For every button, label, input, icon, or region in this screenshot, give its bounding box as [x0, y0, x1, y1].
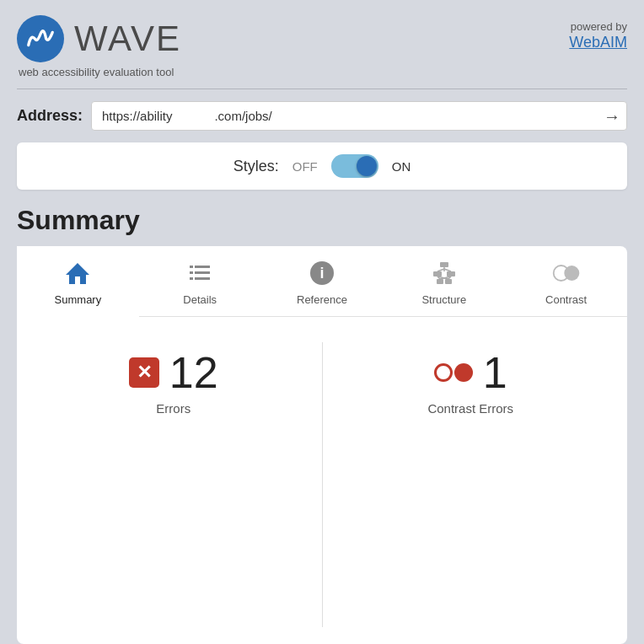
contrast-errors-count: 1	[483, 351, 507, 394]
svg-rect-6	[195, 277, 210, 280]
app-name: WAVE	[74, 19, 181, 59]
errors-section: ✕ 12 Errors	[25, 342, 323, 627]
header: WAVE web accessibility evaluation tool p…	[0, 0, 644, 89]
svg-line-16	[444, 269, 451, 271]
go-button[interactable]: →	[604, 106, 620, 126]
tab-reference[interactable]: i Reference	[261, 246, 384, 316]
tab-summary[interactable]: Summary	[17, 246, 139, 316]
errors-count: 12	[169, 351, 218, 394]
wave-logo-icon	[17, 15, 64, 62]
contrast-circle-filled	[454, 363, 473, 382]
webaim-link[interactable]: WebAIM	[569, 34, 627, 51]
tab-contrast[interactable]: Contrast	[505, 246, 627, 316]
header-left: WAVE web accessibility evaluation tool	[17, 15, 181, 78]
app-container: WAVE web accessibility evaluation tool p…	[0, 0, 644, 644]
svg-point-22	[564, 266, 579, 281]
header-right: powered by WebAIM	[569, 15, 627, 51]
tab-details[interactable]: Details	[139, 246, 261, 316]
address-label: Address:	[17, 107, 83, 125]
errors-count-row: ✕ 12	[129, 351, 218, 394]
contrast-icon	[551, 258, 582, 288]
powered-by-text: powered by	[571, 20, 627, 33]
tab-structure[interactable]: Structure	[383, 246, 505, 316]
svg-rect-12	[437, 279, 443, 284]
styles-off-label: OFF	[292, 159, 318, 174]
address-input[interactable]	[91, 101, 627, 131]
svg-rect-3	[190, 271, 193, 274]
tab-details-label: Details	[183, 293, 217, 306]
styles-row: Styles: OFF ON	[17, 142, 627, 190]
svg-rect-10	[433, 271, 442, 276]
error-x-icon: ✕	[129, 357, 159, 388]
summary-heading: Summary	[0, 201, 644, 246]
info-icon: i	[307, 258, 337, 288]
svg-rect-5	[190, 277, 193, 280]
tab-reference-label: Reference	[297, 293, 347, 306]
home-icon	[62, 258, 93, 288]
svg-rect-11	[447, 271, 455, 276]
tab-structure-label: Structure	[421, 293, 466, 306]
toggle-thumb	[357, 156, 377, 176]
contrast-circle-empty	[434, 363, 453, 382]
svg-line-15	[437, 269, 444, 271]
errors-label: Errors	[156, 401, 191, 416]
list-icon	[185, 258, 215, 288]
address-input-wrapper: →	[91, 101, 627, 131]
svg-rect-9	[440, 262, 448, 267]
contrast-count-row: 1	[434, 351, 507, 394]
styles-on-label: ON	[392, 159, 411, 174]
styles-toggle[interactable]	[331, 154, 378, 178]
tabs-container: Summary Details i	[17, 246, 627, 317]
structure-icon	[429, 258, 459, 288]
tagline: web accessibility evaluation tool	[19, 66, 181, 78]
tab-contrast-label: Contrast	[545, 293, 587, 306]
toggle-track	[331, 154, 378, 178]
contrast-errors-label: Contrast Errors	[427, 401, 513, 416]
svg-rect-2	[195, 266, 210, 268]
address-row: Address: →	[0, 89, 644, 142]
contrast-error-icon	[434, 363, 473, 382]
logo-row: WAVE	[17, 15, 181, 62]
tab-summary-label: Summary	[55, 293, 102, 306]
svg-rect-13	[445, 279, 452, 284]
svg-rect-4	[195, 271, 210, 274]
content-area: ✕ 12 Errors 1 Contrast Errors	[17, 317, 627, 644]
styles-label: Styles:	[233, 158, 279, 175]
svg-rect-1	[190, 266, 193, 268]
contrast-errors-section: 1 Contrast Errors	[323, 342, 620, 627]
svg-text:i: i	[319, 265, 324, 282]
svg-marker-0	[66, 263, 89, 284]
